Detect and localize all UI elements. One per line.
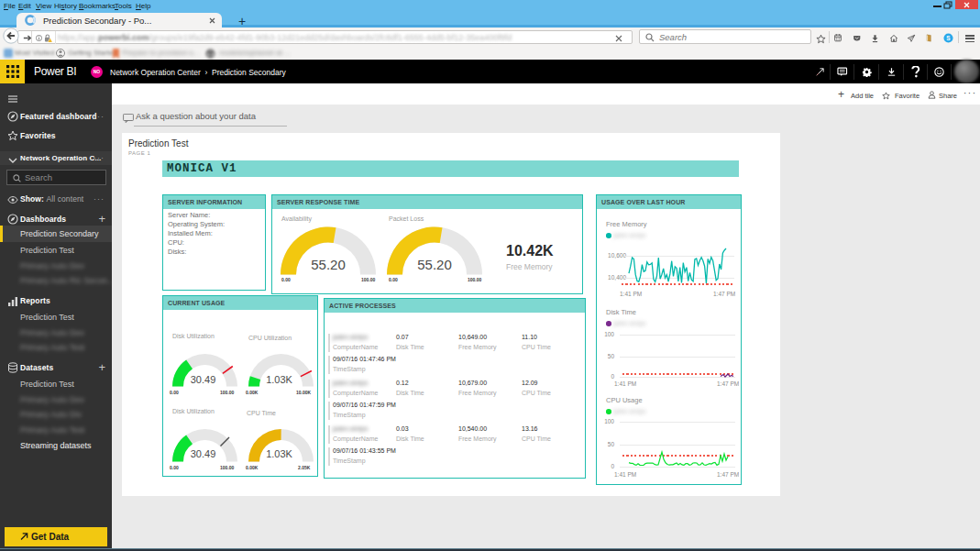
svg-text:S: S [946,35,951,41]
